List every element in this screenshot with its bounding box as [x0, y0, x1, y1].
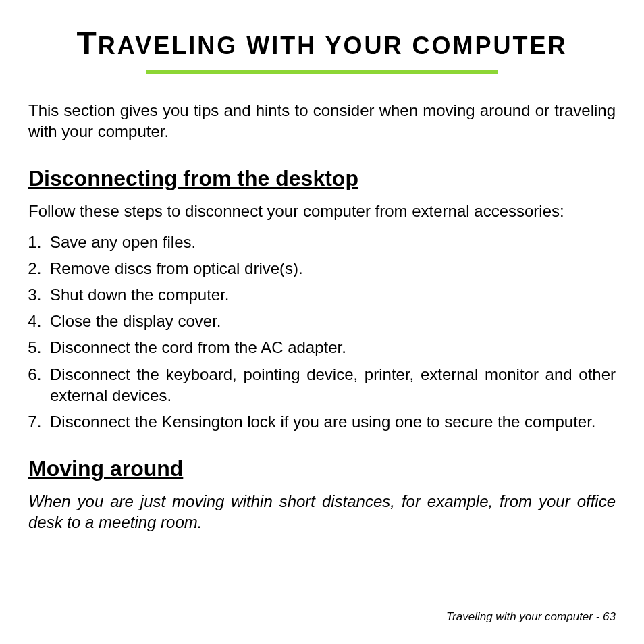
list-item: Disconnect the Kensington lock if you ar… [46, 411, 616, 432]
intro-paragraph: This section gives you tips and hints to… [28, 100, 616, 142]
title-rest: RAVELING WITH YOUR COMPUTER [98, 32, 568, 59]
title-first-letter: T [77, 25, 98, 61]
list-item: Save any open files. [46, 232, 616, 252]
list-item: Shut down the computer. [46, 284, 616, 305]
page-footer: Traveling with your computer - 63 [446, 610, 616, 624]
section-heading-moving: Moving around [28, 456, 616, 481]
list-item: Remove discs from optical drive(s). [46, 258, 616, 279]
list-item: Disconnect the keyboard, pointing device… [46, 364, 616, 406]
list-item: Disconnect the cord from the AC adapter. [46, 337, 616, 358]
list-item: Close the display cover. [46, 311, 616, 331]
section2-paragraph: When you are just moving within short di… [28, 491, 616, 533]
title-divider [146, 70, 498, 74]
page-title: TRAVELING WITH YOUR COMPUTER [28, 24, 616, 61]
steps-list: Save any open files. Remove discs from o… [28, 232, 616, 433]
section-heading-disconnecting: Disconnecting from the desktop [28, 166, 616, 191]
section1-paragraph: Follow these steps to disconnect your co… [28, 200, 616, 221]
